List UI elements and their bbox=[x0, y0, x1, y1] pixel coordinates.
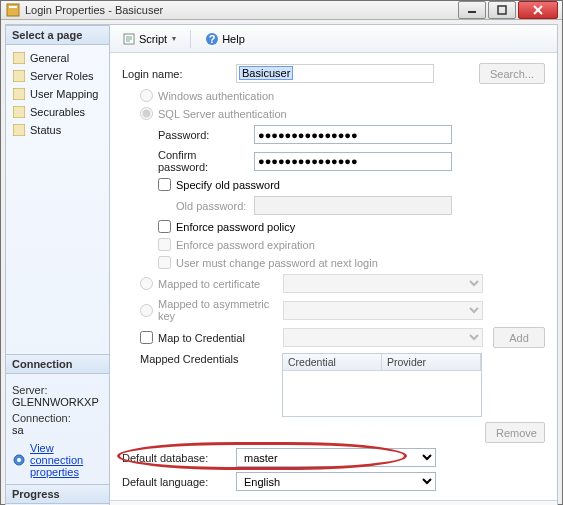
dialog-body: Select a page General Server Roles User … bbox=[5, 24, 558, 505]
svg-rect-1 bbox=[9, 6, 17, 8]
select-page-header: Select a page bbox=[6, 25, 109, 45]
default-language-combo[interactable]: English bbox=[236, 472, 436, 491]
password-input[interactable] bbox=[254, 125, 452, 144]
titlebar: Login Properties - Basicuser bbox=[1, 1, 562, 20]
windows-auth-radio: Windows authentication bbox=[122, 89, 545, 102]
login-name-selection: Basicuser bbox=[239, 66, 293, 80]
remove-credential-button: Remove bbox=[485, 422, 545, 443]
specify-old-password-check[interactable]: Specify old password bbox=[122, 178, 545, 191]
app-icon bbox=[5, 2, 21, 18]
sidebar-item-label: General bbox=[30, 52, 69, 64]
svg-rect-6 bbox=[13, 52, 25, 64]
svg-rect-8 bbox=[13, 88, 25, 100]
svg-point-12 bbox=[17, 458, 21, 462]
must-change-password-check: User must change password at next login bbox=[122, 256, 545, 269]
enforce-expiration-checkbox bbox=[158, 238, 171, 251]
old-password-label: Old password: bbox=[176, 200, 248, 212]
toolbar-separator bbox=[190, 30, 191, 48]
default-database-label: Default database: bbox=[122, 452, 230, 464]
mapped-certificate-radio: Mapped to certificate bbox=[122, 274, 545, 293]
credential-combo bbox=[283, 328, 483, 347]
sql-auth-radio: SQL Server authentication bbox=[122, 107, 545, 120]
page-icon bbox=[12, 69, 26, 83]
help-label: Help bbox=[222, 33, 245, 45]
sidebar-item-label: Server Roles bbox=[30, 70, 94, 82]
page-icon bbox=[12, 123, 26, 137]
progress-header: Progress bbox=[6, 484, 109, 504]
connection-icon bbox=[12, 453, 26, 467]
svg-rect-3 bbox=[498, 6, 506, 14]
close-button[interactable] bbox=[518, 1, 558, 19]
minimize-button[interactable] bbox=[458, 1, 486, 19]
svg-rect-7 bbox=[13, 70, 25, 82]
connection-label: Connection: bbox=[12, 412, 103, 424]
script-icon bbox=[122, 32, 136, 46]
sql-auth-radio-input bbox=[140, 107, 153, 120]
mapped-credentials-grid: Credential Provider bbox=[282, 353, 482, 417]
chevron-down-icon: ▾ bbox=[172, 34, 176, 43]
mapped-credentials-label: Mapped Credentials bbox=[140, 353, 276, 365]
specify-old-password-checkbox[interactable] bbox=[158, 178, 171, 191]
sidebar: Select a page General Server Roles User … bbox=[6, 25, 110, 505]
page-icon bbox=[12, 105, 26, 119]
help-button[interactable]: ? Help bbox=[199, 29, 251, 49]
mapped-asym-key-radio-input bbox=[140, 304, 153, 317]
map-to-credential-label: Map to Credential bbox=[158, 332, 278, 344]
login-properties-window: Login Properties - Basicuser Select a pa… bbox=[0, 0, 563, 505]
must-change-password-checkbox bbox=[158, 256, 171, 269]
sidebar-item-server-roles[interactable]: Server Roles bbox=[8, 67, 107, 85]
confirm-password-input[interactable] bbox=[254, 152, 452, 171]
sidebar-item-status[interactable]: Status bbox=[8, 121, 107, 139]
svg-text:?: ? bbox=[209, 33, 216, 45]
page-list: General Server Roles User Mapping Secura… bbox=[6, 45, 109, 143]
specify-old-password-label: Specify old password bbox=[176, 179, 280, 191]
window-title: Login Properties - Basicuser bbox=[25, 4, 458, 16]
connection-value: sa bbox=[12, 424, 103, 436]
svg-rect-9 bbox=[13, 106, 25, 118]
sql-auth-label: SQL Server authentication bbox=[158, 108, 287, 120]
page-icon bbox=[12, 51, 26, 65]
asym-key-combo bbox=[283, 301, 483, 320]
enforce-expiration-label: Enforce password expiration bbox=[176, 239, 315, 251]
confirm-password-label: Confirm password: bbox=[158, 149, 248, 173]
enforce-policy-checkbox[interactable] bbox=[158, 220, 171, 233]
mapped-asym-key-label: Mapped to asymmetric key bbox=[158, 298, 278, 322]
certificate-combo bbox=[283, 274, 483, 293]
mapped-certificate-radio-input bbox=[140, 277, 153, 290]
grid-header-provider: Provider bbox=[382, 354, 481, 370]
server-value: GLENNWORKXP bbox=[12, 396, 103, 408]
enforce-expiration-check: Enforce password expiration bbox=[122, 238, 545, 251]
default-language-label: Default language: bbox=[122, 476, 230, 488]
script-label: Script bbox=[139, 33, 167, 45]
dialog-footer: OK Cancel bbox=[110, 500, 557, 505]
windows-auth-radio-input bbox=[140, 89, 153, 102]
windows-auth-label: Windows authentication bbox=[158, 90, 274, 102]
default-database-combo[interactable]: master bbox=[236, 448, 436, 467]
enforce-policy-label: Enforce password policy bbox=[176, 221, 295, 233]
help-icon: ? bbox=[205, 32, 219, 46]
map-to-credential-checkbox[interactable] bbox=[140, 331, 153, 344]
server-label: Server: bbox=[12, 384, 103, 396]
connection-info: Server: GLENNWORKXP Connection: sa View … bbox=[6, 374, 109, 484]
svg-rect-0 bbox=[7, 4, 19, 16]
sidebar-item-general[interactable]: General bbox=[8, 49, 107, 67]
link-text: View connection properties bbox=[30, 442, 103, 478]
script-button[interactable]: Script ▾ bbox=[116, 29, 182, 49]
svg-rect-10 bbox=[13, 124, 25, 136]
search-button[interactable]: Search... bbox=[479, 63, 545, 84]
sidebar-item-securables[interactable]: Securables bbox=[8, 103, 107, 121]
mapped-certificate-label: Mapped to certificate bbox=[158, 278, 278, 290]
login-name-label: Login name: bbox=[122, 68, 230, 80]
old-password-input bbox=[254, 196, 452, 215]
sidebar-item-user-mapping[interactable]: User Mapping bbox=[8, 85, 107, 103]
must-change-password-label: User must change password at next login bbox=[176, 257, 378, 269]
toolbar: Script ▾ ? Help bbox=[110, 25, 557, 53]
window-controls bbox=[458, 1, 558, 19]
enforce-policy-check[interactable]: Enforce password policy bbox=[122, 220, 545, 233]
mapped-asym-key-radio: Mapped to asymmetric key bbox=[122, 298, 545, 322]
general-form: Login name: Basicuser Search... Windows … bbox=[110, 53, 557, 500]
add-credential-button: Add bbox=[493, 327, 545, 348]
map-to-credential-check[interactable]: Map to Credential Add bbox=[122, 327, 545, 348]
maximize-button[interactable] bbox=[488, 1, 516, 19]
view-connection-properties-link[interactable]: View connection properties bbox=[12, 442, 103, 478]
